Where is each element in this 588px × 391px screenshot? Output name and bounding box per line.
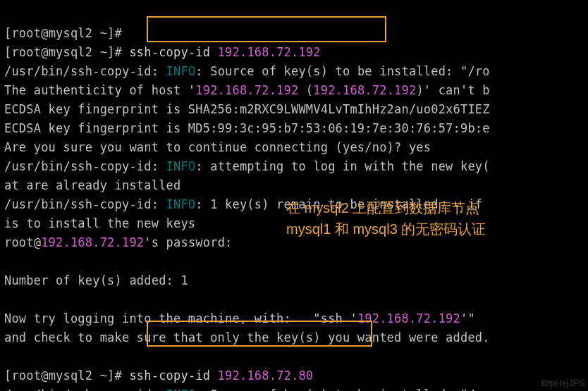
try-login-line: Now try logging into the machine, with: …: [4, 311, 475, 325]
info-attempting: /usr/bin/ssh-copy-id: INFO: attempting t…: [4, 159, 490, 173]
target-ip-192: 192.168.72.192: [218, 45, 321, 59]
authenticity-line-1: The authenticity of host '192.168.72.192…: [4, 83, 490, 97]
info-source-1: /usr/bin/ssh-copy-id: INFO: Source of ke…: [4, 64, 490, 78]
info-remain: /usr/bin/ssh-copy-id: INFO: 1 key(s) rem…: [4, 197, 490, 211]
check-keys-line: and check to make sure that only the key…: [4, 330, 490, 345]
keys-added: Number of key(s) added: 1: [4, 273, 188, 287]
info-label: INFO: [166, 64, 196, 78]
prompt-line-cmd1[interactable]: [root@mysql2 ~]# ssh-copy-id 192.168.72.…: [4, 45, 321, 59]
prompt-line-cmd2[interactable]: [root@mysql2 ~]# ssh-copy-id 192.168.72.…: [4, 368, 313, 383]
fingerprint-md5-1: ECDSA key fingerprint is MD5:99:3c:95:b7…: [4, 121, 490, 135]
target-ip-80: 192.168.72.80: [218, 368, 314, 383]
ssh-copy-id-cmd-2: ssh-copy-id: [129, 368, 210, 383]
prompt-line-empty[interactable]: [root@mysql2 ~]#: [4, 26, 122, 40]
ssh-copy-id-cmd: ssh-copy-id: [129, 45, 210, 59]
continue-prompt[interactable]: Are you sure you want to continue connec…: [4, 140, 431, 154]
fingerprint-sha-1: ECDSA key fingerprint is SHA256:m2RXC9LW…: [4, 102, 490, 116]
already-installed: at are already installed: [4, 178, 180, 192]
info-source-2: /usr/bin/ssh-copy-id: INFO: Source of ke…: [4, 387, 490, 391]
password-prompt[interactable]: root@192.168.72.192's password:: [4, 235, 233, 249]
terminal-output: [root@mysql2 ~]# [root@mysql2 ~]# ssh-co…: [0, 0, 588, 391]
install-new-keys: is to install the new keys: [4, 216, 195, 230]
